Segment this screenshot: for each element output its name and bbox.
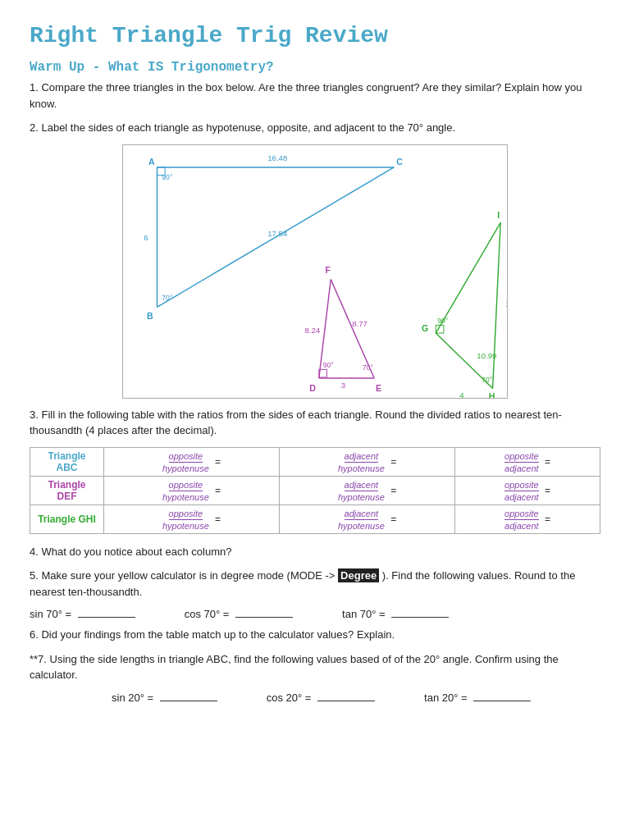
table-row-abc: Triangle ABC oppositehypotenuse = adjace… (30, 447, 600, 476)
warmup-heading: Warm Up - What IS Trigonometry? (30, 60, 600, 75)
ghi-col3: oppositeadjacent = (455, 504, 600, 533)
svg-text:70°: 70° (162, 293, 172, 301)
question-3: 3. Fill in the following table with the … (30, 407, 600, 439)
cos-20: cos 20° = (267, 692, 375, 704)
abc-col3: oppositeadjacent = (455, 447, 600, 476)
tan-70: tan 70° = (342, 608, 449, 620)
triangle-def: D E F 90° 70° 8.24 8.77 3 (304, 264, 381, 392)
def-col2: adjacenthypotenuse = (280, 476, 455, 504)
sin-70: sin 70° = (30, 608, 135, 620)
svg-text:90°: 90° (437, 316, 448, 324)
svg-text:90°: 90° (323, 361, 334, 369)
svg-text:A: A (148, 157, 155, 167)
question-5: 5. Make sure your yellow calculator is i… (30, 568, 600, 600)
ghi-col2: adjacenthypotenuse = (280, 504, 455, 533)
svg-text:70°: 70° (363, 363, 373, 372)
triangle-abc: A B C 90° 70° 6 16.48 17.54 (144, 153, 403, 321)
table-row-ghi: Triangle GHI oppositehypotenuse = adjace… (30, 504, 600, 533)
question-2: 2. Label the sides of each triangle as h… (30, 120, 600, 136)
svg-text:F: F (326, 264, 331, 274)
svg-text:B: B (147, 310, 153, 320)
svg-text:10.99: 10.99 (477, 350, 496, 359)
svg-text:17.54: 17.54 (267, 228, 288, 237)
triangle-def-label: Triangle DEF (30, 476, 104, 504)
ghi-col1: oppositehypotenuse = (104, 504, 280, 533)
svg-line-26 (493, 222, 501, 388)
svg-text:D: D (309, 383, 316, 393)
degree-highlight: Degree (338, 568, 379, 582)
triangle-diagram: A B C 90° 70° 6 16.48 17.54 D E F 90° 70… (122, 144, 508, 399)
svg-text:E: E (376, 383, 381, 393)
triangle-ghi-label: Triangle GHI (30, 504, 104, 533)
cos-70: cos 70° = (185, 608, 293, 620)
abc-col2: adjacenthypotenuse = (280, 447, 455, 476)
svg-text:8.77: 8.77 (352, 319, 368, 328)
trig-20-row: sin 20° = cos 20° = tan 20° = (112, 692, 600, 704)
svg-text:H: H (489, 390, 495, 397)
triangle-ghi: G H I 90° 70° 10.99 11.7 4 (422, 209, 507, 397)
abc-col1: oppositehypotenuse = (104, 447, 280, 476)
svg-text:4: 4 (459, 390, 464, 398)
ratio-table: Triangle ABC oppositehypotenuse = adjace… (30, 447, 600, 534)
def-col3: oppositeadjacent = (455, 476, 600, 504)
svg-text:11.7: 11.7 (505, 299, 507, 308)
question-6: 6. Did your findings from the table matc… (30, 627, 600, 643)
svg-text:3: 3 (341, 381, 345, 390)
question-7: **7. Using the side lengths in triangle … (30, 651, 600, 683)
svg-text:16.48: 16.48 (267, 153, 287, 162)
svg-text:I: I (497, 209, 500, 219)
table-row-def: Triangle DEF oppositehypotenuse = adjace… (30, 476, 600, 504)
svg-text:6: 6 (144, 232, 148, 241)
tan-20: tan 20° = (424, 692, 531, 704)
triangle-abc-label: Triangle ABC (30, 447, 104, 476)
svg-text:90°: 90° (162, 173, 172, 181)
svg-text:8.24: 8.24 (304, 326, 320, 335)
svg-text:C: C (396, 157, 403, 167)
question-4: 4. What do you notice about each column? (30, 544, 600, 560)
trig-70-row: sin 70° = cos 70° = tan 70° = (30, 608, 600, 620)
page-title: Right Triangle Trig Review (30, 23, 600, 48)
def-col1: oppositehypotenuse = (104, 476, 280, 504)
svg-text:G: G (422, 323, 428, 333)
question-1: 1. Compare the three triangles in the bo… (30, 80, 600, 112)
sin-20: sin 20° = (112, 692, 217, 704)
svg-text:70°: 70° (482, 375, 492, 383)
